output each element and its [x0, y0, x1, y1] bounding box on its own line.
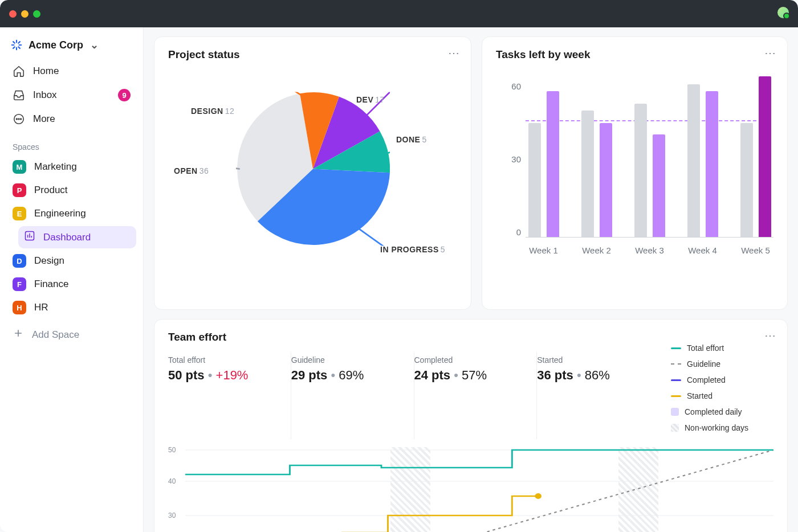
bar-group-week2 [579, 111, 614, 237]
card-menu-icon[interactable]: ⋯ [764, 46, 777, 60]
avatar[interactable] [776, 6, 790, 19]
space-label: Engineering [34, 208, 86, 219]
nav-home[interactable]: Home [7, 60, 136, 82]
space-label: Product [34, 185, 68, 196]
nav-more[interactable]: More [7, 108, 136, 130]
line-chart: 50 40 30 20 [168, 447, 773, 532]
pie-label-dev: DEV17 [356, 95, 385, 104]
bar [759, 76, 771, 237]
card-title: Team effort [168, 331, 773, 343]
add-space-label: Add Space [32, 329, 79, 341]
svg-point-2 [18, 118, 19, 120]
sidebar: Acme Corp ⌄ Home Inbox 9 More Spaces M M… [0, 27, 144, 532]
nav-home-label: Home [33, 66, 59, 77]
space-label: Finance [34, 279, 68, 290]
card-menu-icon[interactable]: ⋯ [764, 329, 777, 342]
x-axis: Week 1 Week 2 Week 3 Week 4 Week 5 [526, 245, 773, 255]
pie-label-open: OPEN36 [174, 166, 209, 175]
space-dashboard-active[interactable]: Dashboard [18, 226, 136, 248]
nav-inbox[interactable]: Inbox 9 [7, 84, 136, 106]
inbox-badge: 9 [118, 89, 131, 101]
card-project-status: Project status ⋯ [154, 36, 471, 310]
bar-group-week5 [738, 76, 773, 237]
pie-label-design: DESIGN12 [191, 107, 234, 116]
bar [528, 123, 541, 237]
bar [740, 123, 753, 237]
bar-group-week3 [632, 104, 667, 237]
bar-chart: 0 30 60 [496, 61, 773, 283]
home-icon [13, 65, 25, 77]
svg-line-9 [185, 450, 773, 532]
space-avatar: E [13, 207, 26, 220]
space-product[interactable]: P Product [7, 179, 136, 201]
space-marketing[interactable]: M Marketing [7, 156, 136, 178]
space-label: HR [34, 302, 48, 313]
stat-completed: Completed 24 pts • 57% [414, 352, 538, 439]
card-menu-icon[interactable]: ⋯ [448, 46, 461, 60]
space-avatar: D [13, 254, 26, 268]
nav-more-label: More [33, 113, 55, 125]
bar [653, 134, 665, 237]
dashboard-icon [24, 230, 35, 244]
team-legend: Total effort Guideline Completed Started… [659, 343, 773, 439]
svg-point-3 [21, 118, 22, 120]
pie-svg [236, 92, 390, 246]
window-controls [9, 10, 40, 18]
line-svg [185, 447, 773, 532]
spaces-section-label: Spaces [7, 132, 136, 156]
legend-daily: Completed daily [671, 407, 773, 416]
space-label: Marketing [34, 161, 77, 173]
stat-started: Started 36 pts • 86% [537, 352, 659, 439]
team-stats: Total effort 50 pts • +19% Guideline 29 … [168, 351, 659, 439]
org-logo-icon [10, 39, 23, 51]
bar-group-week1 [526, 91, 561, 237]
legend-started: Started [671, 391, 773, 400]
legend-completed: Completed [671, 375, 773, 384]
space-avatar: P [13, 183, 26, 197]
main-content: Project status ⋯ [144, 27, 798, 532]
minimize-window-icon[interactable] [21, 10, 28, 18]
nav-inbox-label: Inbox [33, 89, 57, 101]
space-avatar: H [13, 301, 26, 314]
bar [600, 123, 612, 237]
svg-point-1 [16, 118, 17, 120]
pie-label-inprogress: IN PROGRESS5 [380, 245, 445, 254]
window-titlebar [0, 0, 798, 27]
card-team-effort: Team effort ⋯ Total effort 50 pts • +19%… [154, 319, 788, 532]
space-design[interactable]: D Design [7, 250, 136, 272]
maximize-window-icon[interactable] [33, 10, 40, 18]
space-engineering[interactable]: E Engineering [7, 203, 136, 224]
close-window-icon[interactable] [9, 10, 17, 18]
bar-group-week4 [685, 84, 720, 237]
space-avatar: F [13, 277, 26, 291]
bar [547, 91, 559, 237]
plus-icon [13, 328, 24, 342]
legend-total: Total effort [671, 343, 773, 353]
space-finance[interactable]: F Finance [7, 273, 136, 295]
space-label: Design [34, 255, 64, 267]
space-hr[interactable]: H HR [7, 297, 136, 318]
dashboard-label: Dashboard [43, 232, 91, 243]
more-icon [13, 113, 25, 125]
add-space-button[interactable]: Add Space [7, 322, 136, 347]
chevron-down-icon: ⌄ [90, 39, 99, 51]
card-tasks-left: Tasks left by week ⋯ 0 30 60 [482, 36, 788, 310]
legend-guideline: Guideline [671, 359, 773, 369]
stat-guideline: Guideline 29 pts • 69% [291, 352, 414, 439]
bars [526, 67, 773, 238]
space-avatar: M [13, 160, 26, 174]
bar [581, 111, 594, 237]
bar [634, 104, 647, 237]
card-title: Tasks left by week [496, 48, 773, 61]
org-switcher[interactable]: Acme Corp ⌄ [7, 35, 136, 60]
pie-label-done: DONE5 [396, 135, 427, 144]
legend-nonwork: Non-working days [671, 423, 773, 432]
inbox-icon [13, 89, 25, 101]
bar [706, 91, 718, 237]
y-axis: 0 30 60 [496, 61, 524, 232]
bar [687, 84, 700, 237]
org-name: Acme Corp [28, 39, 83, 51]
stat-total-effort: Total effort 50 pts • +19% [168, 352, 291, 439]
pie-chart: DESIGN12 DEV17 DONE5 OPEN36 IN PROGRESS5 [168, 61, 457, 283]
card-title: Project status [168, 48, 457, 61]
